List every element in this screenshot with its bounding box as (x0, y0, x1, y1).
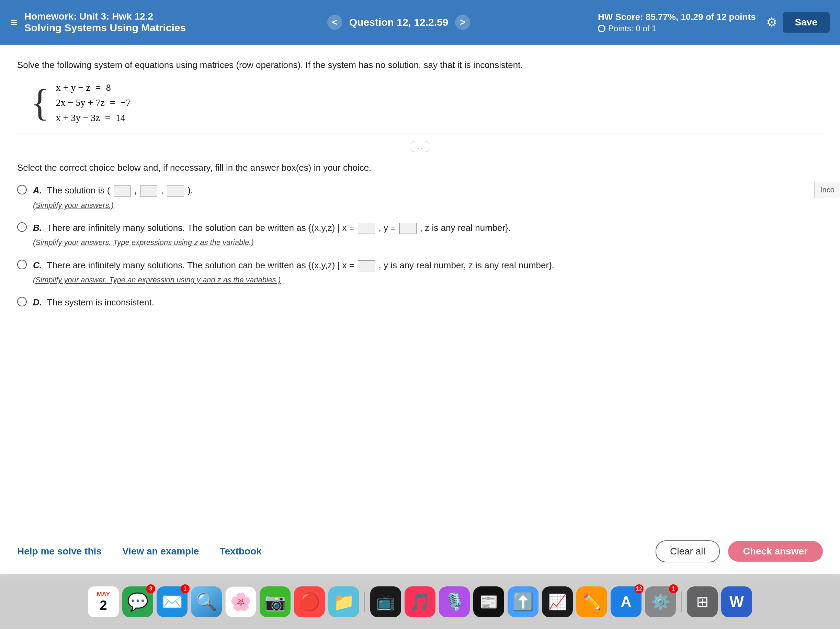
textbook-button[interactable]: Textbook (219, 546, 261, 557)
choice-a-text-post: ). (188, 185, 193, 196)
points-label: Points: 0 of 1 (608, 24, 656, 33)
check-answer-button[interactable]: Check answer (728, 541, 823, 562)
dock-news[interactable]: 📰 (473, 586, 504, 617)
dock-upload[interactable]: ⬆️ (508, 586, 538, 617)
hw-subtitle: Solving Systems Using Matricies (24, 22, 186, 34)
points-text: Points: 0 of 1 (598, 24, 756, 33)
equation-2: 2x − 5y + 7z = −7 (56, 97, 131, 108)
eq1-rhs: 8 (106, 82, 111, 93)
select-instruction: Select the correct choice below and, if … (17, 163, 823, 173)
choice-c-label: C. (33, 260, 42, 270)
dock-separator2 (681, 591, 682, 612)
main-content: Solve the following system of equations … (0, 45, 840, 580)
dock-mail[interactable]: ✉️ 1 (156, 586, 188, 617)
eq1-sign: = (93, 82, 103, 93)
choice-a-row: A. The solution is ( , , ). (Simplify yo… (17, 183, 823, 211)
choice-c-text2: , y is any real number, z is any real nu… (379, 260, 554, 270)
choice-d-row: D. The system is inconsistent. (17, 296, 823, 310)
menu-icon[interactable]: ≡ (10, 15, 17, 30)
points-circle-icon (598, 25, 605, 32)
choice-b-sub: (Simplify your answers. Type expressions… (33, 236, 823, 248)
view-example-button[interactable]: View an example (122, 546, 199, 557)
choice-c-sub: (Simplify your answer. Type an expressio… (33, 274, 823, 286)
dock-pages[interactable]: ✏️ (576, 586, 607, 617)
choice-b-box2[interactable] (399, 223, 417, 234)
gear-icon[interactable]: ⚙ (766, 15, 777, 30)
eq1-lhs: x + y − z (56, 82, 90, 93)
header: ≡ Homework: Unit 3: Hwk 12.2 Solving Sys… (0, 0, 840, 45)
dock-calendar[interactable]: MAY 2 (88, 586, 119, 617)
eq2-lhs: 2x − 5y + 7z (56, 97, 105, 108)
clear-all-button[interactable]: Clear all (655, 540, 720, 563)
score-text: HW Score: 85.77%, 10.29 of 12 points (598, 12, 756, 22)
choice-c-content: C. There are infinitely many solutions. … (33, 258, 823, 286)
more-button-container: ... (17, 141, 823, 152)
dock-appletv[interactable]: 📺 (370, 586, 401, 617)
dock-separator (364, 591, 365, 612)
choice-a-box1[interactable] (114, 185, 131, 196)
eq3-rhs: 14 (116, 112, 125, 123)
dock-photos[interactable]: 🌸 (225, 586, 256, 617)
hw-score: HW Score: 85.77%, 10.29 of 12 points Poi… (598, 12, 756, 33)
dock-appstore-badge: 12 (635, 584, 644, 593)
dock-system-badge: 1 (669, 584, 678, 593)
dock-reminders[interactable]: 🔴 (294, 586, 325, 617)
help-solve-button[interactable]: Help me solve this (17, 546, 102, 557)
choice-b-box1[interactable] (358, 223, 375, 234)
equation-1: x + y − z = 8 (56, 82, 131, 93)
dock-mail-badge: 1 (181, 584, 189, 593)
choice-c-radio[interactable] (17, 260, 27, 269)
choice-a-comma2: , (161, 185, 163, 196)
dock-music[interactable]: 🎵 (404, 586, 436, 617)
choice-a-text-pre: The solution is ( (47, 185, 110, 196)
dock-grid[interactable]: ⊞ (687, 586, 718, 617)
choice-a-radio[interactable] (17, 185, 27, 194)
header-title: Homework: Unit 3: Hwk 12.2 Solving Syste… (24, 11, 186, 34)
eq2-rhs: −7 (120, 97, 131, 108)
dock-month: MAY (97, 591, 110, 598)
question-nav: < Question 12, 12.2.59 > (199, 15, 598, 30)
choice-c-text1: There are infinitely many solutions. The… (47, 260, 354, 270)
equations-container: { x + y − z = 8 2x − 5y + 7z = −7 x + 3y… (31, 82, 823, 123)
next-question-button[interactable]: > (455, 15, 470, 30)
choice-b-radio[interactable] (17, 222, 27, 232)
equations-list: x + y − z = 8 2x − 5y + 7z = −7 x + 3y −… (56, 82, 131, 123)
choice-a-box3[interactable] (167, 185, 184, 196)
dock-day: 2 (99, 598, 107, 613)
dock-stocks[interactable]: 📈 (542, 586, 573, 617)
dock-appstore[interactable]: A 12 (611, 586, 641, 617)
choice-b-text1: There are infinitely many solutions. The… (47, 223, 354, 233)
choice-a-comma1: , (134, 185, 137, 196)
bottom-toolbar: Help me solve this View an example Textb… (0, 532, 840, 571)
hw-label: Homework: Unit 3: Hwk 12.2 (24, 11, 186, 22)
choice-d-content: D. The system is inconsistent. (33, 296, 823, 310)
prev-question-button[interactable]: < (327, 15, 343, 30)
choice-b-content: B. There are infinitely many solutions. … (33, 221, 823, 249)
choice-c-box1[interactable] (358, 261, 375, 271)
dock-facetime[interactable]: 📷 (260, 586, 291, 617)
dock-system[interactable]: ⚙️ 1 (645, 586, 676, 617)
problem-instruction: Solve the following system of equations … (17, 58, 823, 72)
inco-note: Inco (814, 182, 840, 198)
choice-a-sub: (Simplify your answers.) (33, 199, 823, 211)
equation-3: x + 3y − 3z = 14 (56, 112, 131, 123)
choice-b-text3: , z is any real number}. (420, 223, 511, 233)
choice-a-content: A. The solution is ( , , ). (Simplify yo… (33, 183, 823, 211)
dock-messages[interactable]: 💬 3 (122, 586, 153, 617)
choice-d-radio[interactable] (17, 297, 27, 307)
dock-podcasts[interactable]: 🎙️ (439, 586, 470, 617)
bottom-actions: Clear all Check answer (655, 540, 823, 563)
choice-d-text: The system is inconsistent. (47, 297, 154, 307)
dock-messages-badge: 3 (146, 584, 155, 593)
choice-b-text2: , y = (379, 223, 396, 233)
choices-list: A. The solution is ( , , ). (Simplify yo… (17, 183, 823, 310)
choice-a-box2[interactable] (140, 185, 157, 196)
more-button[interactable]: ... (411, 141, 429, 152)
brace-icon: { (31, 84, 49, 122)
save-button[interactable]: Save (783, 12, 830, 33)
choice-b-label: B. (33, 223, 42, 233)
dock-w[interactable]: W (721, 586, 752, 617)
dock: MAY 2 💬 3 ✉️ 1 🔍 🌸 📷 🔴 📁 📺 🎵 🎙️ 📰 ⬆️ 📈 (0, 574, 840, 629)
dock-finder[interactable]: 🔍 (191, 586, 222, 617)
dock-files[interactable]: 📁 (328, 586, 359, 617)
